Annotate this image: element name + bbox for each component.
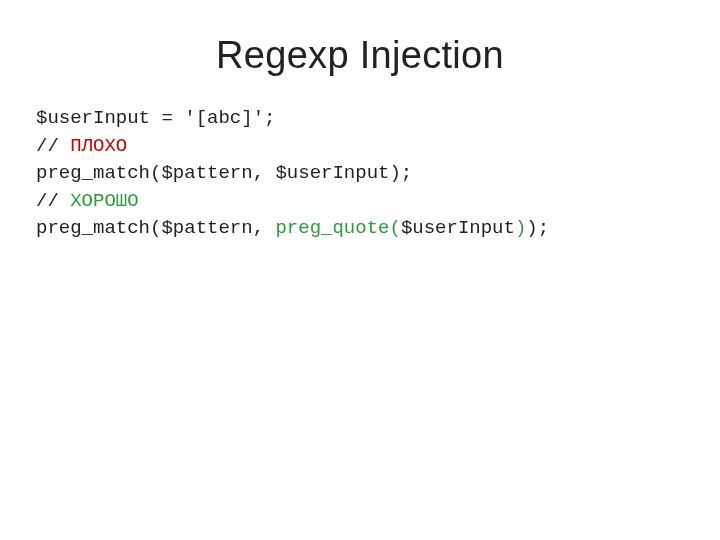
bad-label: ПЛОХО [70,135,127,157]
good-label: ХОРОШО [70,190,138,212]
comment-prefix-bad: // [36,135,70,157]
slide: Regexp Injection $userInput = '[abc]'; /… [0,0,720,540]
comment-prefix-good: // [36,190,70,212]
preg-quote-call: preg_quote( [275,217,400,239]
preg-quote-close: ) [515,217,526,239]
code-line-3: preg_match($pattern, $userInput); [36,162,412,184]
code-line-5c: $userInput [401,217,515,239]
slide-title: Regexp Injection [36,34,684,77]
code-line-1: $userInput = '[abc]'; [36,107,275,129]
code-block: $userInput = '[abc]'; // ПЛОХО preg_matc… [36,105,684,243]
code-line-5a: preg_match($pattern, [36,217,275,239]
code-line-5e: ); [526,217,549,239]
